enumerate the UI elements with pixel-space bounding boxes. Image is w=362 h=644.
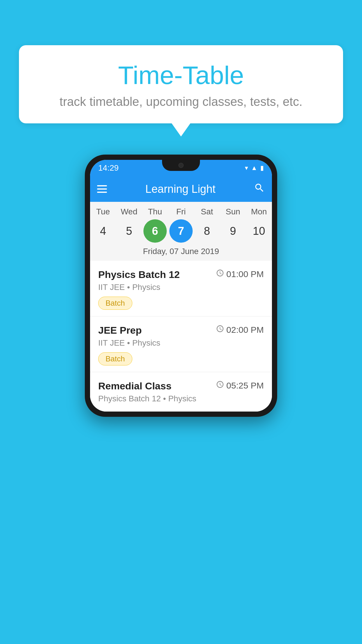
schedule-subtitle-2: IIT JEE • Physics <box>98 338 264 348</box>
menu-button[interactable] <box>97 185 107 193</box>
phone-frame: 14:29 ▾ ▲ ▮ Learning Light <box>85 155 277 417</box>
clock-icon-2 <box>216 325 224 335</box>
selected-date-label: Friday, 07 June 2019 <box>90 247 272 257</box>
day-7-selected[interactable]: 7 <box>169 219 193 243</box>
calendar-strip: Tue Wed Thu Fri Sat Sun Mon 4 5 6 7 8 9 … <box>90 202 272 261</box>
batch-badge-2: Batch <box>98 352 132 365</box>
status-time: 14:29 <box>98 163 119 173</box>
schedule-item-3[interactable]: Remedial Class 05:25 PM Physics Batch 12… <box>90 372 272 412</box>
battery-icon: ▮ <box>260 164 264 172</box>
schedule-time-1: 01:00 PM <box>216 269 264 279</box>
schedule-title-3: Remedial Class <box>98 380 171 392</box>
schedule-item-1-header: Physics Batch 12 01:00 PM <box>98 269 264 280</box>
day-5[interactable]: 5 <box>117 219 141 243</box>
schedule-title-1: Physics Batch 12 <box>98 269 180 280</box>
search-icon[interactable] <box>254 182 265 196</box>
schedule-item-2-header: JEE Prep 02:00 PM <box>98 325 264 336</box>
clock-icon-3 <box>216 380 224 391</box>
time-text-1: 01:00 PM <box>226 269 264 279</box>
day-header-sat: Sat <box>195 207 219 216</box>
bubble-tail <box>172 123 190 136</box>
day-header-thu: Thu <box>143 207 167 216</box>
day-6-today[interactable]: 6 <box>143 219 167 243</box>
speech-bubble-card: Time-Table track timetable, upcoming cla… <box>19 45 343 123</box>
day-header-sun: Sun <box>221 207 245 216</box>
day-8[interactable]: 8 <box>195 219 219 243</box>
speech-bubble-section: Time-Table track timetable, upcoming cla… <box>19 45 343 136</box>
status-icons: ▾ ▲ ▮ <box>245 164 264 172</box>
schedule-item-3-header: Remedial Class 05:25 PM <box>98 380 264 392</box>
schedule-item-1[interactable]: Physics Batch 12 01:00 PM IIT JEE • Phys… <box>90 261 272 316</box>
day-9[interactable]: 9 <box>221 219 245 243</box>
day-4[interactable]: 4 <box>92 219 115 243</box>
notch <box>162 160 200 171</box>
batch-badge-1: Batch <box>98 297 132 310</box>
schedule-time-3: 05:25 PM <box>216 380 264 391</box>
day-header-fri: Fri <box>169 207 193 216</box>
wifi-icon: ▾ <box>245 164 248 172</box>
camera <box>178 163 184 168</box>
time-text-3: 05:25 PM <box>226 381 264 391</box>
day-10[interactable]: 10 <box>247 219 270 243</box>
status-bar: 14:29 ▾ ▲ ▮ <box>90 160 272 176</box>
app-title: Learning Light <box>114 183 247 195</box>
schedule-subtitle-1: IIT JEE • Physics <box>98 283 264 292</box>
day-numbers: 4 5 6 7 8 9 10 <box>90 219 272 243</box>
time-text-2: 02:00 PM <box>226 325 264 335</box>
signal-icon: ▲ <box>251 164 257 172</box>
bubble-title: Time-Table <box>36 61 326 90</box>
clock-icon-1 <box>216 269 224 279</box>
day-header-wed: Wed <box>117 207 141 216</box>
schedule-item-2[interactable]: JEE Prep 02:00 PM IIT JEE • Physics Batc… <box>90 316 272 372</box>
phone-screen: 14:29 ▾ ▲ ▮ Learning Light <box>90 160 272 412</box>
schedule-time-2: 02:00 PM <box>216 325 264 335</box>
schedule-subtitle-3: Physics Batch 12 • Physics <box>98 394 264 403</box>
day-header-mon: Mon <box>247 207 270 216</box>
schedule-list: Physics Batch 12 01:00 PM IIT JEE • Phys… <box>90 261 272 412</box>
schedule-title-2: JEE Prep <box>98 325 142 336</box>
bubble-subtitle: track timetable, upcoming classes, tests… <box>36 95 326 109</box>
app-bar: Learning Light <box>90 176 272 202</box>
day-headers: Tue Wed Thu Fri Sat Sun Mon <box>90 207 272 216</box>
day-header-tue: Tue <box>92 207 115 216</box>
